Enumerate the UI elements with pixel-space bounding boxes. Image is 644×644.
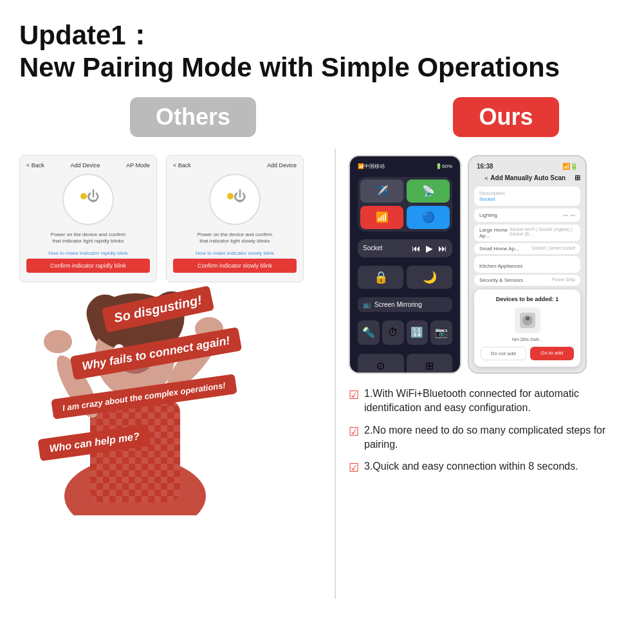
device-name-label: NH-2bts-Swit... [481,337,574,342]
screen-mirror-btn[interactable]: 📺Screen Mirroring [358,297,452,312]
lock-row: 🔒 🌙 [355,263,455,291]
right-side: Ours 📶中国移动 🔋60% ✈️ 📡 [342,97,625,625]
moon-btn[interactable]: 🌙 [407,266,452,289]
screen1-circle: ⏻ [62,174,114,225]
prev-icon[interactable]: ⏮ [412,243,421,253]
large-items: Socket Wi-Fi | Socket (zigbee) | Socket … [510,227,575,239]
play-icon[interactable]: ▶ [426,243,433,253]
section-desc-label: Description [479,190,575,196]
page-title: Update1： New Pairing Mode with Simple Op… [19,19,625,84]
feature-text-1: 1.With WiFi+Bluetooth connected for auto… [364,387,625,416]
section-small: Small Home Ap... Socket | Smart socket [474,243,580,254]
screen1-back: < Back [26,162,44,169]
light-type1: ••• [563,213,567,217]
screen2-text: Power on the device and confirm that ind… [173,232,297,245]
dot-yellow-1 [80,193,87,199]
go-to-add-btn[interactable]: Go to add [530,347,575,360]
music-label: Socket [363,244,383,252]
dot-yellow-2 [227,193,234,199]
qr-btn[interactable]: ⊞ [407,354,453,374]
do-not-add-btn[interactable]: Do not add [481,347,526,360]
screen2-circle: ⏻ [209,174,261,225]
device-icon [515,308,540,333]
socket-link[interactable]: Socket [479,196,575,202]
screen2-link[interactable]: How to make indicator slowly blink [173,250,297,256]
checkbox-icon-1: ☑ [349,387,359,403]
camera-btn[interactable]: 📷 [430,320,452,345]
app-time: 16:38 [477,163,493,170]
device-screen-1: < Back Add Device AP Mode ⏻ Power on the… [19,155,157,282]
lock-btn[interactable]: 🔒 [358,266,403,289]
section-large: Large Home Ap... Socket Wi-Fi | Socket (… [474,225,580,241]
add-device-popup: Devices to be added: 1 NH-2bts-Swit... [474,290,580,367]
ours-badge: Ours [453,97,558,137]
bottom-icons: 🔦 ⏱ 🔢 📷 [355,318,455,347]
device-screen-2: < Back Add Device ⏻ Power on the device … [166,155,304,282]
feature-item-1: ☑ 1.With WiFi+Bluetooth connected for au… [349,387,625,416]
mirror-label: Screen Mirroring [374,301,422,308]
phone-add-device: 16:38 📶🔋 ＜ Add Manually Auto Scan ⊞ Desc… [468,155,587,374]
bluetooth-btn[interactable]: 🔵 [407,206,450,229]
small-home-item[interactable]: Small Home Ap... [479,246,519,252]
feature-item-2: ☑ 2.No more need to do so many complicat… [349,423,625,452]
lighting-item[interactable]: Lighting [479,212,497,218]
left-side: Others < Back Add Device AP Mode ⏻ [19,97,328,625]
device-screenshots: < Back Add Device AP Mode ⏻ Power on the… [19,155,328,282]
add-manually-title: Add Manually Auto Scan [490,174,566,181]
socket-icon [519,311,537,329]
phone-control-center: 📶中国移动 🔋60% ✈️ 📡 📶 🔵 [349,155,461,374]
add-device-title: ＜ Add Manually Auto Scan ⊞ [474,174,580,183]
others-badge: Others [130,97,256,137]
app-panel-header: 16:38 📶🔋 [474,161,580,171]
section-lighting: Lighting ••• ••• [474,208,580,222]
last-row: ⊙ ⊞ [355,351,455,374]
frustration-area: So disgusting! Why fails to connect agai… [19,284,315,573]
section-security: Security & Sensors Power Strip [474,275,580,286]
screen1-text1: Power on the device and confirm [51,232,126,237]
carrier-icon: 📶中国移动 [358,163,385,170]
scan-icon-small: ⊞ [575,174,580,182]
security-item[interactable]: Security & Sensors [479,277,523,283]
small-items: Socket | Smart socket [531,246,575,252]
title-line1: Update1： [19,20,153,50]
wifi-btn[interactable]: 📶 [360,206,403,229]
screen1-text: Power on the device and confirm that ind… [26,232,150,245]
screen1-btn[interactable]: Confirm indicator rapidly blink [26,259,150,273]
music-controls: ⏮ ▶ ⏭ [412,243,447,253]
app-signal: 📶🔋 [562,163,578,170]
screen2-mode: Add Device [267,162,297,169]
svg-rect-19 [528,317,529,320]
screen2-text1: Power on the device and confirm [198,232,273,237]
screen1-link[interactable]: How to make indicator rapidly blink [26,250,150,256]
content-area: Others < Back Add Device AP Mode ⏻ [19,97,625,625]
svg-point-17 [522,315,533,326]
large-home-item[interactable]: Large Home Ap... [479,227,510,239]
popup-title: Devices to be added: 1 [481,296,574,302]
svg-rect-18 [526,317,528,320]
svg-point-14 [44,330,72,353]
features-list: ☑ 1.With WiFi+Bluetooth connected for au… [349,387,625,477]
power-icon-1: ⏻ [87,189,100,204]
screen1-mode: Add Device [70,162,100,169]
checkbox-icon-3: ☑ [349,460,359,476]
screen1-mode2: AP Mode [126,162,150,169]
screen2-back: < Back [173,162,191,169]
screen2-text2: that indicator light slowly blinks [199,238,270,244]
scan-btn[interactable]: ⊙ [358,354,404,374]
feature-text-2: 2.No more need to do so many complicated… [364,423,625,452]
popup-buttons: Do not add Go to add [481,347,574,360]
phone-screenshots: 📶中国移动 🔋60% ✈️ 📡 📶 🔵 [349,155,625,374]
flashlight-btn[interactable]: 🔦 [358,320,380,345]
next-icon[interactable]: ⏭ [438,243,447,253]
screen1-header: < Back Add Device AP Mode [26,162,150,169]
screen2-header: < Back Add Device [173,162,297,169]
battery-icon: 🔋60% [436,163,452,169]
section-description: Description Socket [474,187,580,206]
airplane-btn[interactable]: ✈️ [360,179,403,203]
feature-item-3: ☑ 3.Quick and easy connection within 8 s… [349,459,625,476]
kitchen-item[interactable]: Kitchen Appliances [479,263,523,269]
cellular-btn[interactable]: 📡 [407,179,450,203]
screen2-btn[interactable]: Confirm indicator slowly blink [173,259,297,273]
calc-btn[interactable]: 🔢 [407,320,428,345]
timer-btn[interactable]: ⏱ [382,320,404,345]
